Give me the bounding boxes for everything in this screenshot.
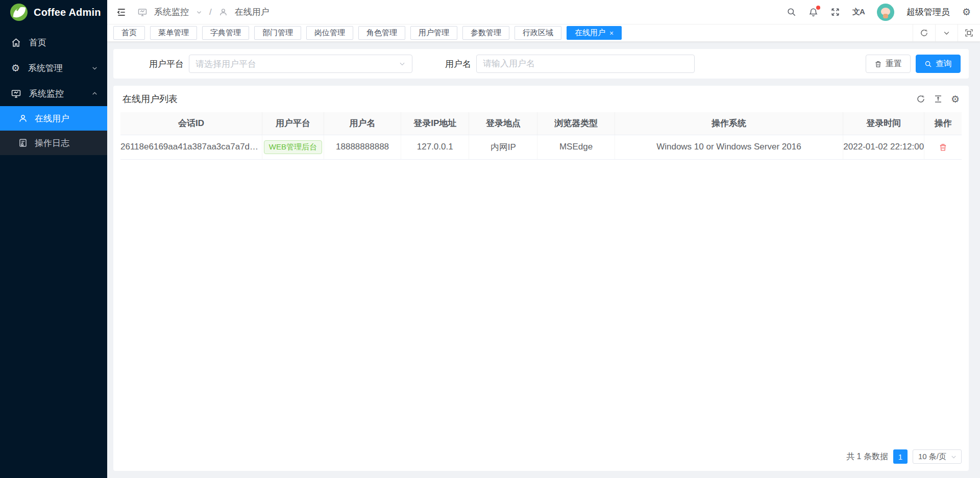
cell-session_id: 26118e6169aa41a387aa3ca7a7d2a6be [120,135,262,159]
search-button[interactable]: 查询 [916,55,961,73]
tab-label: 部门管理 [262,28,293,38]
username-input[interactable] [476,55,695,73]
username-filter-label: 用户名 [445,58,471,70]
page-number-button[interactable]: 1 [893,449,908,464]
pagination: 共 1 条数据 1 10 条/页 [120,443,962,464]
app-title: Coffee Admin [34,7,101,18]
pagination-total: 共 1 条数据 [846,451,888,462]
platform-select[interactable]: 请选择用户平台 [189,55,412,73]
column-header: 登录时间 [843,112,924,135]
tab-用户管理[interactable]: 用户管理 [410,26,457,40]
refresh-table-icon[interactable] [916,94,925,104]
chevron-up-icon [91,90,98,97]
column-header: 用户名 [324,112,401,135]
search-icon[interactable] [787,7,796,17]
page-size-select[interactable]: 10 条/页 [913,449,962,464]
cell-login_time: 2022-01-02 22:12:00 [843,135,924,159]
avatar[interactable] [877,4,894,21]
tab-在线用户[interactable]: 在线用户× [567,26,622,40]
tab-options-chevron-icon[interactable] [935,24,958,41]
trash-icon [874,60,882,68]
tab-label: 首页 [121,28,137,38]
tab-行政区域[interactable]: 行政区域 [514,26,561,40]
tab-label: 行政区域 [523,28,553,38]
sidebar-item-label: 系统监控 [29,88,83,99]
tab-参数管理[interactable]: 参数管理 [462,26,509,40]
platform-tag: WEB管理后台 [264,140,322,154]
current-user-name[interactable]: 超级管理员 [906,6,950,18]
user-icon [219,8,228,16]
chevron-down-icon [399,60,406,67]
monitor-icon [138,8,147,17]
log-icon [18,138,28,147]
tab-label: 菜单管理 [158,28,189,38]
app-logo[interactable]: Coffee Admin [0,0,107,24]
platform-select-placeholder: 请选择用户平台 [195,58,399,70]
tab-菜单管理[interactable]: 菜单管理 [150,26,197,40]
delete-session-icon[interactable] [939,143,947,152]
search-icon [924,60,932,68]
chevron-down-icon [950,454,957,460]
column-header: 登录地点 [469,112,537,135]
column-header: 会话ID [120,112,262,135]
chevron-down-icon [196,9,202,15]
tab-字典管理[interactable]: 字典管理 [202,26,249,40]
open-tabs: 首页菜单管理字典管理部门管理岗位管理角色管理用户管理参数管理行政区域在线用户× [113,26,913,40]
reset-button[interactable]: 重置 [866,55,911,73]
cell-location: 内网IP [469,135,537,159]
sidebar-item-label: 首页 [29,37,98,48]
refresh-tabs-icon[interactable] [913,24,935,41]
online-users-table: 会话ID用户平台用户名登录IP地址登录地点浏览器类型操作系统登录时间操作 261… [120,112,962,160]
cell-action [924,135,962,159]
fullscreen-icon[interactable] [830,7,840,17]
breadcrumb-parent[interactable]: 系统监控 [154,6,189,18]
home-icon [11,38,21,47]
tab-label: 角色管理 [366,28,397,38]
reset-button-label: 重置 [886,59,902,69]
breadcrumb-current: 在线用户 [235,6,270,18]
monitor-icon [11,89,21,98]
sidebar-item-label: 操作日志 [35,137,69,149]
tab-bar: 首页菜单管理字典管理部门管理岗位管理角色管理用户管理参数管理行政区域在线用户× [107,24,980,42]
tab-close-icon[interactable]: × [609,30,614,37]
sidebar-item-label: 系统管理 [28,62,83,74]
column-settings-gear-icon[interactable]: ⚙ [951,94,960,104]
tab-label: 字典管理 [210,28,241,38]
language-icon[interactable]: 文A [852,7,865,17]
sidebar-item-system-mgmt[interactable]: ⚙ 系统管理 [0,55,107,81]
online-users-card: 在线用户列表 ⚙ 会话ID用户平台用户名登录IP地址登录地点浏览器类型操作系统登… [113,86,969,471]
table-row: 26118e6169aa41a387aa3ca7a7d2a6beWEB管理后台1… [120,135,962,159]
cell-browser: MSEdge [537,135,615,159]
breadcrumb-separator: / [209,7,212,17]
tab-label: 在线用户 [575,28,605,38]
sidebar-item-online-user[interactable]: 在线用户 [0,106,107,131]
sidebar-item-operation-log[interactable]: 操作日志 [0,131,107,155]
tab-label: 用户管理 [419,28,449,38]
tab-部门管理[interactable]: 部门管理 [254,26,301,40]
sidebar-item-label: 在线用户 [35,113,69,124]
notification-badge [816,6,820,10]
collapse-sidebar-icon[interactable] [116,7,127,17]
sidebar-item-system-monitor[interactable]: 系统监控 [0,81,107,106]
cell-os: Windows 10 or Windows Server 2016 [615,135,843,159]
table-header-row: 会话ID用户平台用户名登录IP地址登录地点浏览器类型操作系统登录时间操作 [120,112,962,135]
top-header: 系统监控 / 在线用户 文A 超级管理员 ⚙ [107,0,980,24]
card-title: 在线用户列表 [122,93,178,105]
column-header: 登录IP地址 [401,112,469,135]
tab-角色管理[interactable]: 角色管理 [358,26,405,40]
tab-label: 岗位管理 [314,28,345,38]
page-size-value: 10 条/页 [918,452,946,462]
tab-首页[interactable]: 首页 [113,26,145,40]
settings-gear-icon[interactable]: ⚙ [962,7,971,17]
platform-filter-label: 用户平台 [149,58,184,70]
sidebar-item-home[interactable]: 首页 [0,30,107,55]
chevron-down-icon [91,65,98,71]
gear-icon: ⚙ [11,63,20,73]
maximize-content-icon[interactable] [958,24,980,41]
table-body: 26118e6169aa41a387aa3ca7a7d2a6beWEB管理后台1… [120,135,962,159]
notifications-bell-icon[interactable] [808,7,818,17]
leaf-logo-icon [10,4,28,21]
tab-岗位管理[interactable]: 岗位管理 [306,26,353,40]
column-header: 操作系统 [615,112,843,135]
row-height-icon[interactable] [934,94,943,104]
